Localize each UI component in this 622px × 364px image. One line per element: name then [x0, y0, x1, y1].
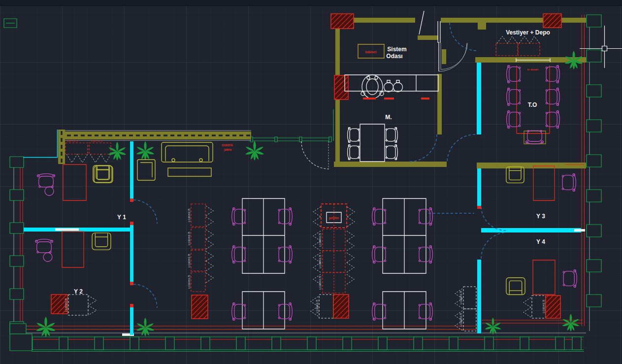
vestiyer-label: Vestiyer + Depo — [506, 29, 550, 36]
plant — [36, 317, 56, 337]
plant — [562, 314, 580, 331]
kitchen-counter — [345, 75, 438, 99]
to-chair — [546, 111, 559, 129]
y2-label: Y 2 — [74, 288, 83, 295]
to-room-label: T.O — [528, 101, 537, 108]
exterior-bottom-facade — [10, 320, 586, 352]
desk-chair — [232, 208, 246, 226]
meeting-room-furniture — [348, 124, 437, 162]
wardrobe-dim: 1.90 × 0.75 — [91, 140, 102, 142]
desk-chair — [372, 303, 386, 321]
to-chair — [526, 130, 544, 144]
cabinet-dim: L:0.90 H:0.75 — [319, 276, 322, 290]
elektrik-label-1: elektrik — [222, 143, 233, 147]
corridor-door-arc — [301, 141, 329, 169]
armchair — [94, 166, 113, 183]
desk-chair — [232, 303, 246, 321]
y4-label: Y 4 — [536, 238, 545, 245]
meeting-chair — [386, 144, 397, 160]
cabinet-column-left: L:0.90 H:0.75 L:0.90 H:0.75 L:0.90 H:0.7… — [188, 204, 213, 319]
meeting-chair — [348, 144, 360, 160]
y4-furniture: L:0.90 H:0.75 — [506, 51, 583, 331]
meeting-chair — [348, 127, 360, 142]
desk-chair — [278, 246, 292, 264]
to-chair — [507, 111, 521, 129]
sistem-label-2: Odası — [386, 53, 402, 60]
desk-chair — [37, 174, 55, 188]
wardrobe-dim: L:0.90 H:0.75 — [460, 291, 462, 304]
kabinet-box: kabinet — [358, 44, 384, 58]
meeting-room-door-arc — [410, 134, 437, 162]
to-room-door-arc — [447, 134, 475, 163]
plant — [108, 142, 126, 161]
plant — [245, 141, 264, 161]
pickbox — [602, 46, 607, 51]
desk-chair — [35, 239, 53, 253]
armchair — [506, 278, 525, 295]
y3-door-arc — [481, 207, 506, 231]
top-section-walls — [332, 18, 586, 168]
cabinet-dim: L:0.90 H:0.75 — [319, 255, 322, 268]
cabinet-dim: L:0.90 H:0.75 — [319, 233, 322, 247]
desk-chair — [232, 246, 246, 264]
desk-chair — [278, 208, 292, 226]
reception-wall-hatched — [23, 130, 251, 164]
meeting-chair — [386, 127, 397, 142]
desk-chair — [372, 208, 386, 226]
cabinet-dim: L:0.90 H:0.75 — [188, 232, 191, 245]
reception-furniture: 1.90 × 0.75 1.90 × 0.75 elektrik pano — [65, 140, 264, 182]
desk-chair — [562, 174, 576, 192]
desk-chair — [278, 303, 292, 321]
kabinet-label: kabinet — [365, 50, 377, 54]
y3-furniture — [506, 166, 576, 200]
armchair — [92, 233, 111, 250]
y1-label: Y 1 — [117, 214, 126, 221]
armchair — [506, 167, 524, 183]
desk-chair — [419, 303, 432, 321]
to-chair — [546, 88, 559, 106]
wardrobe-dim: L:0.90 H:0.75 — [460, 313, 462, 327]
desk-chair — [419, 208, 432, 226]
sistem-label-1: Sistem — [387, 46, 406, 53]
to-chair — [546, 66, 559, 83]
elektrik-label-2: pano — [224, 148, 232, 152]
y1-door-arc — [133, 200, 157, 224]
y3-label: Y 3 — [536, 213, 545, 220]
desk-chair — [563, 270, 577, 288]
wardrobe-dim: L:0.90 H:0.75 — [65, 298, 67, 312]
corridor-door-arc-2 — [133, 284, 157, 308]
to-chair — [507, 66, 521, 83]
cyan-partitions — [428, 63, 585, 333]
to-chair — [507, 88, 521, 106]
plant — [136, 318, 154, 336]
cabinet-dim: L:0.90 H:0.75 — [188, 254, 191, 267]
plant — [136, 141, 154, 160]
autocad-drawing-canvas[interactable]: kabinet — [0, 0, 622, 364]
desk-pod-right — [372, 199, 433, 329]
detached-window-block-topleft — [4, 19, 17, 28]
y4-door-arc — [481, 232, 506, 259]
cabinet-dim: L:0.90 H:0.75 — [316, 299, 319, 313]
tv-wall-label: tv duvarı — [527, 68, 539, 71]
cabinet-dim: L:0.90 H:0.75 — [188, 208, 191, 222]
cabinet-dim: L:0.90 H:0.75 — [188, 275, 191, 289]
desk-pod-left — [232, 199, 293, 329]
wardrobe-dim: 1.90 × 0.75 — [66, 140, 78, 142]
y2-furniture: L:0.90 H:0.75 — [35, 232, 155, 337]
desk-chair — [372, 246, 386, 264]
exterior-left-facade — [10, 157, 24, 337]
cabinet-column-center: printer L:0.90 H:0.75 L:0.90 H:0.7 — [311, 204, 355, 318]
desk-chair — [419, 246, 432, 264]
meeting-room-label: M. — [385, 114, 392, 121]
wardrobe-dim: L:0.90 H:0.75 — [543, 299, 545, 313]
floor-plan: kabinet — [0, 0, 622, 364]
corridor-glass-wall — [250, 109, 333, 169]
y1-furniture — [37, 165, 113, 200]
